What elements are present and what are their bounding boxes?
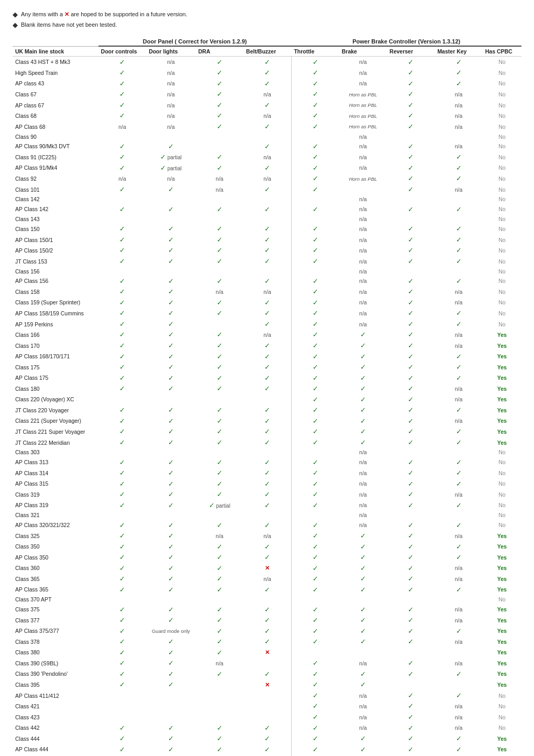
cell-brk: ✓ — [339, 531, 387, 542]
class-name: AP class 43 — [13, 78, 98, 89]
cell-rev: ✓ — [387, 276, 435, 287]
cell-rev: ✓ — [387, 141, 435, 152]
cell-thr: ✓ — [291, 744, 339, 755]
cell-dl: ✓ — [146, 351, 196, 362]
cell-brk: ✓ — [339, 584, 387, 595]
cell-bb — [243, 711, 291, 722]
class-name: Class 370 APT — [13, 595, 98, 604]
cell-cpbc: No — [483, 78, 521, 89]
table-row: Class 67✓n/a✓n/a✓Horn as PBL✓n/aNo — [13, 89, 521, 100]
cell-brk: ✓ — [339, 637, 387, 648]
cell-bb: ✓ — [243, 415, 291, 426]
cell-dl: ✓ — [146, 531, 196, 542]
cell-brk: ✓ — [339, 626, 387, 637]
class-name: AP Class 90/Mk3 DVT — [13, 141, 98, 152]
cell-bb: ✓ — [243, 733, 291, 744]
cell-dl: ✓ — [146, 722, 196, 733]
cell-dra: ✓ — [196, 437, 243, 448]
cell-mk: ✓ — [435, 276, 482, 287]
class-name: Class 378 — [13, 637, 98, 648]
cell-dc — [98, 132, 146, 141]
cell-rev: ✓ — [387, 541, 435, 552]
class-name: High Speed Train — [13, 68, 98, 79]
cell-thr: ✓ — [291, 658, 339, 669]
door-panel-header: Door Panel ( Correct for Version 1.2.9) — [98, 37, 292, 46]
cell-dc: ✓ — [98, 308, 146, 319]
cell-dl: ✓ — [146, 415, 196, 426]
cell-dc: ✓ — [98, 437, 146, 448]
cell-dra: ✓ — [196, 245, 243, 256]
cell-bb: n/a — [243, 111, 291, 122]
cell-dl — [146, 690, 196, 701]
cell-brk: n/a — [339, 701, 387, 712]
cell-cpbc: No — [483, 111, 521, 122]
cell-dra: ✓ — [196, 256, 243, 267]
cell-cpbc: No — [483, 287, 521, 298]
cell-dc: ✓ — [98, 489, 146, 500]
cell-bb: ✓ — [243, 552, 291, 563]
cell-dl: ✓ — [146, 658, 196, 669]
class-name: Class 377 — [13, 615, 98, 626]
cell-mk: n/a — [435, 297, 482, 308]
cell-rev: ✓ — [387, 287, 435, 298]
cell-dra — [196, 267, 243, 276]
cell-bb — [243, 595, 291, 604]
cell-thr: ✓ — [291, 68, 339, 79]
cell-rev: ✓ — [387, 690, 435, 701]
cell-bb: ✓ — [243, 520, 291, 531]
cell-mk: n/a — [435, 100, 482, 111]
cell-brk: n/a — [339, 204, 387, 215]
cell-dra — [196, 690, 243, 701]
cell-thr: ✓ — [291, 141, 339, 152]
cell-dra: ✓ — [196, 330, 243, 341]
cell-dra — [196, 701, 243, 712]
cell-brk: n/a — [339, 224, 387, 235]
cell-dc: ✓ — [98, 637, 146, 648]
class-name: AP Class 168/170/171 — [13, 351, 98, 362]
cell-cpbc: No — [483, 690, 521, 701]
col-cpbc-label: Has CPBC — [483, 46, 521, 57]
cell-thr: ✓ — [291, 604, 339, 615]
cell-dra: n/a — [196, 184, 243, 195]
cell-brk: ✓ — [339, 615, 387, 626]
table-row: Class 377✓✓✓✓✓✓✓n/aYes — [13, 615, 521, 626]
cell-bb: n/a — [243, 574, 291, 585]
cell-rev: ✓ — [387, 245, 435, 256]
cell-dl — [146, 511, 196, 520]
class-name: Class 166 — [13, 330, 98, 341]
class-name: Class 390 'Pendolino' — [13, 669, 98, 680]
bullet-2: ◆ Blank items have not yet been tested. — [13, 21, 521, 29]
cell-dra — [196, 511, 243, 520]
table-row: Class 395✓✓✕✓✓Yes — [13, 680, 521, 691]
cell-bb — [243, 394, 291, 405]
cell-cpbc: No — [483, 215, 521, 224]
cell-thr: ✓ — [291, 584, 339, 595]
cell-cpbc: No — [483, 173, 521, 184]
class-name: Class 180 — [13, 384, 98, 395]
cell-mk: n/a — [435, 615, 482, 626]
cell-rev — [387, 195, 435, 204]
class-name: Class 421 — [13, 701, 98, 712]
cell-cpbc: No — [483, 489, 521, 500]
cell-mk: n/a — [435, 531, 482, 542]
pbc-header: Power Brake Controller (Version 1.3.12) — [291, 37, 521, 46]
cell-bb: ✓ — [243, 234, 291, 245]
cell-mk: ✓ — [435, 669, 482, 680]
cell-brk: n/a — [339, 478, 387, 489]
cell-cpbc: No — [483, 267, 521, 276]
cell-thr: ✓ — [291, 340, 339, 351]
cell-dl: ✓ — [146, 276, 196, 287]
cell-rev: ✓ — [387, 100, 435, 111]
class-name: AP Class 320/321/322 — [13, 520, 98, 531]
cell-mk: ✓ — [435, 552, 482, 563]
cell-dl — [146, 215, 196, 224]
table-row: JT Class 220 Voyager✓✓✓✓✓✓✓✓Yes — [13, 405, 521, 416]
cell-cpbc: No — [483, 276, 521, 287]
main-table-container: Door Panel ( Correct for Version 1.2.9) … — [13, 37, 521, 756]
cell-dc: ✓ — [98, 57, 146, 68]
cell-dra: ✓ — [196, 351, 243, 362]
cell-thr: ✓ — [291, 563, 339, 574]
cell-mk: n/a — [435, 489, 482, 500]
cell-dc: ✓ — [98, 141, 146, 152]
cell-rev: ✓ — [387, 308, 435, 319]
